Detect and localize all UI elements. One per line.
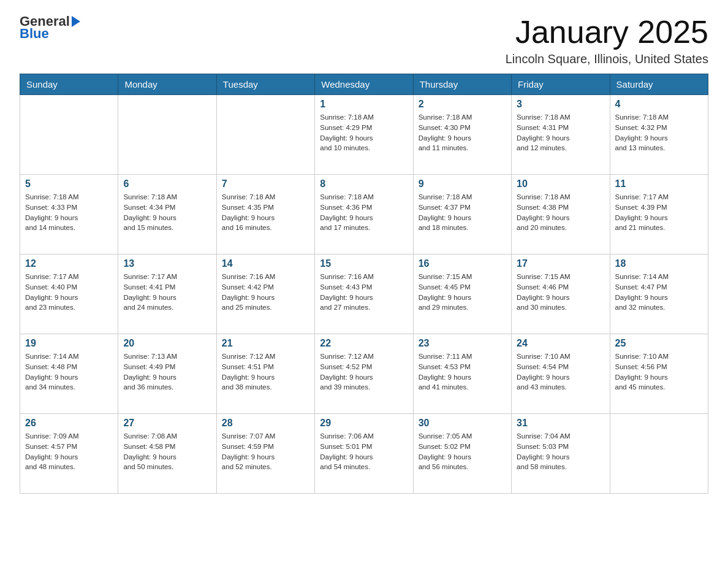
day-number: 10: [517, 178, 604, 190]
calendar-cell: 2Sunrise: 7:18 AM Sunset: 4:30 PM Daylig…: [413, 95, 511, 175]
day-info: Sunrise: 7:04 AM Sunset: 5:03 PM Dayligh…: [517, 431, 604, 472]
calendar-cell: 27Sunrise: 7:08 AM Sunset: 4:58 PM Dayli…: [118, 414, 216, 494]
day-info: Sunrise: 7:18 AM Sunset: 4:32 PM Dayligh…: [615, 112, 703, 153]
calendar-cell: [216, 95, 314, 175]
day-number: 21: [222, 338, 309, 349]
day-number: 12: [25, 258, 113, 269]
calendar-cell: [118, 95, 216, 175]
title-section: January 2025 Lincoln Square, Illinois, U…: [506, 15, 708, 66]
day-number: 5: [25, 178, 113, 190]
day-number: 20: [123, 338, 211, 349]
calendar-week-5: 26Sunrise: 7:09 AM Sunset: 4:57 PM Dayli…: [20, 414, 708, 494]
day-number: 6: [123, 178, 211, 190]
calendar-cell: 30Sunrise: 7:05 AM Sunset: 5:02 PM Dayli…: [413, 414, 511, 494]
month-title: January 2025: [506, 15, 708, 50]
day-number: 13: [123, 258, 211, 269]
day-info: Sunrise: 7:10 AM Sunset: 4:54 PM Dayligh…: [517, 351, 604, 393]
calendar-cell: 26Sunrise: 7:09 AM Sunset: 4:57 PM Dayli…: [20, 414, 118, 494]
day-info: Sunrise: 7:14 AM Sunset: 4:48 PM Dayligh…: [25, 351, 113, 393]
calendar-cell: 14Sunrise: 7:16 AM Sunset: 4:42 PM Dayli…: [216, 255, 314, 334]
calendar-cell: 24Sunrise: 7:10 AM Sunset: 4:54 PM Dayli…: [512, 334, 610, 414]
day-info: Sunrise: 7:17 AM Sunset: 4:40 PM Dayligh…: [25, 272, 113, 313]
calendar-cell: 10Sunrise: 7:18 AM Sunset: 4:38 PM Dayli…: [512, 175, 610, 255]
day-number: 3: [517, 99, 604, 110]
col-thursday: Thursday: [413, 74, 511, 95]
calendar-cell: 31Sunrise: 7:04 AM Sunset: 5:03 PM Dayli…: [512, 414, 610, 494]
col-monday: Monday: [118, 74, 216, 95]
day-info: Sunrise: 7:17 AM Sunset: 4:41 PM Dayligh…: [123, 272, 211, 313]
calendar-cell: 15Sunrise: 7:16 AM Sunset: 4:43 PM Dayli…: [315, 255, 413, 334]
day-info: Sunrise: 7:14 AM Sunset: 4:47 PM Dayligh…: [615, 272, 703, 313]
day-info: Sunrise: 7:07 AM Sunset: 4:59 PM Dayligh…: [222, 431, 309, 472]
day-number: 19: [25, 338, 113, 349]
day-info: Sunrise: 7:18 AM Sunset: 4:33 PM Dayligh…: [25, 192, 113, 233]
day-number: 22: [320, 338, 408, 349]
calendar-cell: 21Sunrise: 7:12 AM Sunset: 4:51 PM Dayli…: [216, 334, 314, 414]
calendar-cell: 12Sunrise: 7:17 AM Sunset: 4:40 PM Dayli…: [20, 255, 118, 334]
day-number: 28: [222, 418, 309, 429]
day-info: Sunrise: 7:11 AM Sunset: 4:53 PM Dayligh…: [419, 351, 506, 393]
day-info: Sunrise: 7:06 AM Sunset: 5:01 PM Dayligh…: [320, 431, 408, 472]
calendar-cell: 1Sunrise: 7:18 AM Sunset: 4:29 PM Daylig…: [315, 95, 413, 175]
calendar-cell: 6Sunrise: 7:18 AM Sunset: 4:34 PM Daylig…: [118, 175, 216, 255]
day-number: 23: [419, 338, 506, 349]
day-number: 16: [419, 258, 506, 269]
day-info: Sunrise: 7:18 AM Sunset: 4:31 PM Dayligh…: [517, 112, 604, 153]
day-info: Sunrise: 7:15 AM Sunset: 4:46 PM Dayligh…: [517, 272, 604, 313]
calendar-cell: 23Sunrise: 7:11 AM Sunset: 4:53 PM Dayli…: [413, 334, 511, 414]
day-number: 2: [419, 99, 506, 110]
day-number: 27: [123, 418, 211, 429]
day-number: 4: [615, 99, 703, 110]
day-number: 31: [517, 418, 604, 429]
day-info: Sunrise: 7:18 AM Sunset: 4:35 PM Dayligh…: [222, 192, 309, 233]
page-header: General Blue January 2025 Lincoln Square…: [20, 15, 708, 66]
day-info: Sunrise: 7:18 AM Sunset: 4:34 PM Dayligh…: [123, 192, 211, 233]
day-info: Sunrise: 7:16 AM Sunset: 4:42 PM Dayligh…: [222, 272, 309, 313]
calendar-cell: 3Sunrise: 7:18 AM Sunset: 4:31 PM Daylig…: [512, 95, 610, 175]
day-number: 24: [517, 338, 604, 349]
day-number: 1: [320, 99, 408, 110]
col-wednesday: Wednesday: [315, 74, 413, 95]
logo-blue: Blue: [20, 27, 80, 40]
day-info: Sunrise: 7:18 AM Sunset: 4:29 PM Dayligh…: [320, 112, 408, 153]
calendar-cell: 19Sunrise: 7:14 AM Sunset: 4:48 PM Dayli…: [20, 334, 118, 414]
logo: General Blue: [20, 15, 80, 40]
calendar-cell: 9Sunrise: 7:18 AM Sunset: 4:37 PM Daylig…: [413, 175, 511, 255]
calendar-header-row: Sunday Monday Tuesday Wednesday Thursday…: [20, 74, 708, 95]
calendar-cell: 5Sunrise: 7:18 AM Sunset: 4:33 PM Daylig…: [20, 175, 118, 255]
calendar-cell: 13Sunrise: 7:17 AM Sunset: 4:41 PM Dayli…: [118, 255, 216, 334]
day-number: 30: [419, 418, 506, 429]
day-number: 8: [320, 178, 408, 190]
day-info: Sunrise: 7:17 AM Sunset: 4:39 PM Dayligh…: [615, 192, 703, 233]
day-info: Sunrise: 7:18 AM Sunset: 4:37 PM Dayligh…: [419, 192, 506, 233]
day-info: Sunrise: 7:15 AM Sunset: 4:45 PM Dayligh…: [419, 272, 506, 313]
day-info: Sunrise: 7:16 AM Sunset: 4:43 PM Dayligh…: [320, 272, 408, 313]
day-number: 9: [419, 178, 506, 190]
calendar-cell: 18Sunrise: 7:14 AM Sunset: 4:47 PM Dayli…: [610, 255, 708, 334]
calendar-table: Sunday Monday Tuesday Wednesday Thursday…: [20, 74, 708, 494]
calendar-cell: 16Sunrise: 7:15 AM Sunset: 4:45 PM Dayli…: [413, 255, 511, 334]
calendar-cell: 25Sunrise: 7:10 AM Sunset: 4:56 PM Dayli…: [610, 334, 708, 414]
calendar-cell: 20Sunrise: 7:13 AM Sunset: 4:49 PM Dayli…: [118, 334, 216, 414]
day-info: Sunrise: 7:18 AM Sunset: 4:30 PM Dayligh…: [419, 112, 506, 153]
day-number: 17: [517, 258, 604, 269]
day-info: Sunrise: 7:09 AM Sunset: 4:57 PM Dayligh…: [25, 431, 113, 472]
day-number: 7: [222, 178, 309, 190]
logo-arrow-icon: [72, 16, 80, 27]
day-number: 25: [615, 338, 703, 349]
location: Lincoln Square, Illinois, United States: [506, 52, 708, 66]
calendar-week-2: 5Sunrise: 7:18 AM Sunset: 4:33 PM Daylig…: [20, 175, 708, 255]
col-friday: Friday: [512, 74, 610, 95]
day-info: Sunrise: 7:13 AM Sunset: 4:49 PM Dayligh…: [123, 351, 211, 393]
day-info: Sunrise: 7:12 AM Sunset: 4:51 PM Dayligh…: [222, 351, 309, 393]
day-number: 29: [320, 418, 408, 429]
calendar-cell: 22Sunrise: 7:12 AM Sunset: 4:52 PM Dayli…: [315, 334, 413, 414]
day-info: Sunrise: 7:08 AM Sunset: 4:58 PM Dayligh…: [123, 431, 211, 472]
calendar-cell: 4Sunrise: 7:18 AM Sunset: 4:32 PM Daylig…: [610, 95, 708, 175]
day-number: 14: [222, 258, 309, 269]
col-sunday: Sunday: [20, 74, 118, 95]
day-number: 26: [25, 418, 113, 429]
day-info: Sunrise: 7:12 AM Sunset: 4:52 PM Dayligh…: [320, 351, 408, 393]
calendar-cell: 28Sunrise: 7:07 AM Sunset: 4:59 PM Dayli…: [216, 414, 314, 494]
col-saturday: Saturday: [610, 74, 708, 95]
